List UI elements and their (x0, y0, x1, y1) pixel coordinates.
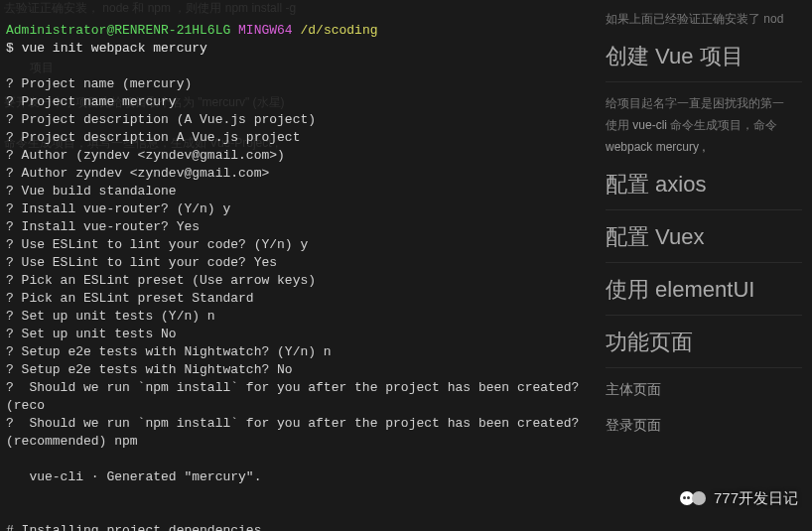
output-line: ? Author zyndev <zyndev@gmail.com> (6, 166, 269, 181)
output-line: ? Install vue-router? (Y/n) y (6, 201, 230, 216)
output-line: ? Set up unit tests (Y/n) n (6, 309, 215, 324)
heading-elementui: 使用 elementUI (606, 275, 802, 305)
wechat-icon (680, 487, 706, 509)
divider (606, 367, 802, 368)
divider (606, 81, 802, 82)
sidebar-top-note: 如果上面已经验证正确安装了 nod (606, 8, 802, 30)
output-line: vue-cli · Generated "mercury". (6, 469, 261, 484)
prompt-dollar: $ (6, 41, 14, 56)
watermark: 777开发日记 (680, 487, 798, 509)
output-line: ? Project description (A Vue.js project) (6, 112, 316, 127)
divider (606, 209, 802, 210)
output-line: ? Pick an ESLint preset Standard (6, 291, 254, 306)
prompt-shell: MINGW64 (238, 23, 293, 38)
output-line: ? Setup e2e tests with Nightwatch? (Y/n)… (6, 344, 332, 359)
output-line: ? Use ESLint to lint your code? Yes (6, 255, 277, 270)
prompt-user-host: Administrator@RENRENR-21HL6LG (6, 23, 230, 38)
output-line: ? Vue build standalone (6, 184, 177, 199)
output-line: ? Author (zyndev <zyndev@gmail.com>) (6, 148, 285, 163)
command-text: vue init webpack mercury (22, 41, 207, 56)
prompt-cwd: /d/scoding (300, 23, 377, 38)
output-line: ? Project name (mercury) (6, 76, 192, 91)
sidebar-note: 给项目起名字一直是困扰我的第一 (606, 92, 802, 114)
output-line: ? Use ESLint to lint your code? (Y/n) y (6, 237, 308, 252)
sidebar-subitem: 主体页面 (606, 378, 802, 400)
output-line: ? Set up unit tests No (6, 327, 177, 341)
output-line: ? Should we run `npm install` for you af… (6, 380, 587, 413)
output-line: ? Should we run `npm install` for you af… (6, 416, 587, 449)
divider (606, 262, 802, 263)
divider (606, 315, 802, 316)
sidebar-note-code: webpack mercury , (606, 136, 802, 158)
output-line: ? Project description A Vue.js project (6, 130, 300, 145)
output-line: ? Pick an ESLint preset (Use arrow keys) (6, 273, 316, 288)
heading-axios: 配置 axios (606, 170, 802, 199)
heading-create-vue: 创建 Vue 项目 (606, 42, 802, 71)
sidebar-panel: 如果上面已经验证正确安装了 nod 创建 Vue 项目 给项目起名字一直是困扰我… (596, 0, 812, 531)
watermark-text: 777开发日记 (714, 489, 798, 508)
output-line: ? Install vue-router? Yes (6, 219, 200, 234)
output-line: ? Project name mercury (6, 94, 177, 109)
heading-vuex: 配置 Vuex (606, 222, 802, 252)
terminal-output[interactable]: Administrator@RENRENR-21HL6LG MINGW64 /d… (0, 0, 596, 531)
output-line: # Installing project dependencies ... (6, 523, 293, 531)
sidebar-subitem: 登录页面 (606, 414, 802, 436)
heading-pages: 功能页面 (606, 328, 802, 357)
sidebar-note: 使用 vue-cli 命令生成项目，命令 (606, 114, 802, 136)
output-line: ? Setup e2e tests with Nightwatch? No (6, 362, 293, 377)
